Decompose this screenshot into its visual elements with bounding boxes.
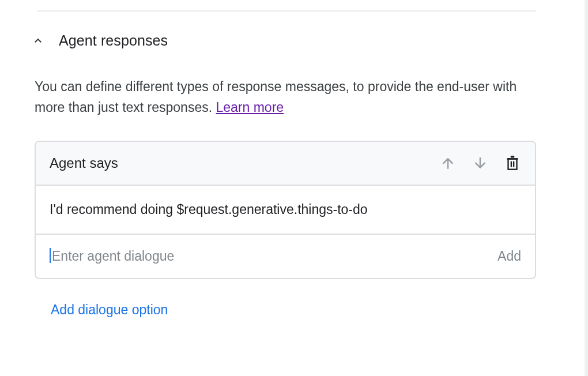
text-cursor xyxy=(50,248,51,263)
agent-response-text: I'd recommend doing $request.generative.… xyxy=(50,202,368,217)
agent-says-card-header: Agent says xyxy=(36,142,535,186)
agent-responses-header[interactable]: Agent responses xyxy=(14,12,559,49)
section-title: Agent responses xyxy=(59,32,168,49)
section-description: You can define different types of respon… xyxy=(35,77,536,118)
right-scrollbar-edge xyxy=(585,0,588,376)
card-header-actions xyxy=(440,155,520,172)
agent-says-card: Agent says xyxy=(35,141,536,279)
svg-rect-2 xyxy=(508,159,517,170)
agent-says-label: Agent says xyxy=(50,155,118,171)
move-down-button[interactable] xyxy=(473,156,488,171)
add-dialogue-button[interactable]: Add xyxy=(497,249,521,264)
add-dialogue-option-button[interactable]: Add dialogue option xyxy=(51,302,168,318)
learn-more-link[interactable]: Learn more xyxy=(216,100,284,115)
arrow-down-icon xyxy=(473,156,488,171)
arrow-up-icon xyxy=(440,156,455,171)
agent-dialogue-input-row: Add xyxy=(36,235,535,278)
agent-dialogue-input[interactable] xyxy=(52,249,486,264)
move-up-button[interactable] xyxy=(440,156,455,171)
delete-button[interactable] xyxy=(505,155,520,172)
agent-response-row[interactable]: I'd recommend doing $request.generative.… xyxy=(36,186,535,235)
chevron-up-icon[interactable] xyxy=(32,35,44,47)
trash-icon xyxy=(505,155,520,172)
